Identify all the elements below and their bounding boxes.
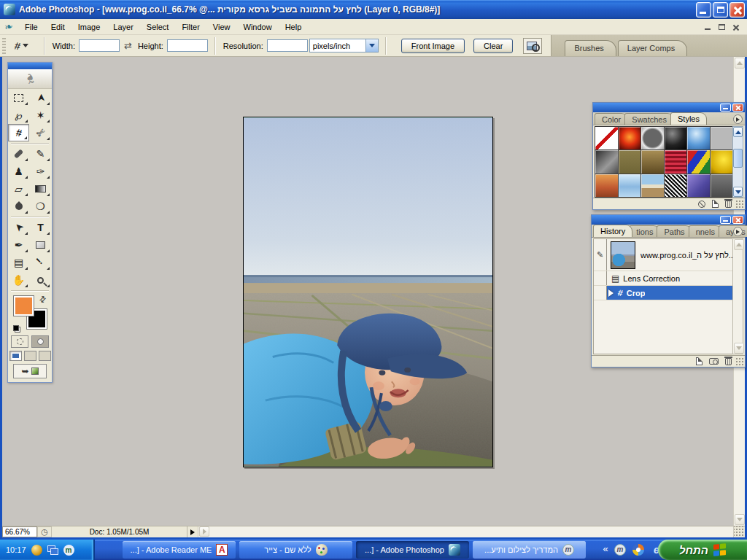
scroll-down-icon[interactable]	[734, 343, 744, 354]
toolbox-title-bar[interactable]	[8, 63, 52, 69]
history-brush-tool[interactable]: ✑	[30, 163, 51, 180]
style-swatch-red-stripes[interactable]	[665, 150, 687, 173]
history-source-column[interactable]: ✎	[594, 239, 607, 271]
menu-view[interactable]: View	[206, 20, 237, 34]
scroll-down-icon[interactable]	[735, 514, 745, 525]
styles-scrollbar[interactable]	[732, 126, 743, 198]
taskbar-button[interactable]: המדריך לצילום ותיע...	[473, 541, 586, 559]
palette-resize-grip[interactable]	[735, 357, 744, 366]
well-tab-brushes[interactable]: Brushes	[565, 40, 616, 56]
crop-tool[interactable]: #	[8, 124, 29, 141]
eraser-tool[interactable]: ▱	[8, 180, 29, 198]
network-icon[interactable]	[47, 545, 58, 556]
history-palette-title-bar[interactable]	[592, 215, 745, 225]
volume-icon[interactable]	[31, 545, 42, 556]
palette-minimize-button[interactable]	[720, 216, 731, 224]
magic-wand-tool[interactable]: ✶	[30, 106, 51, 124]
style-swatch-sky-glass[interactable]	[619, 174, 641, 197]
type-tool[interactable]: T	[30, 219, 51, 236]
history-source-column[interactable]	[594, 271, 607, 285]
hand-tool[interactable]: ✋	[8, 271, 29, 289]
doc-restore-button[interactable]	[716, 22, 727, 32]
scroll-down-icon[interactable]	[733, 187, 743, 197]
menu-image[interactable]: Image	[71, 20, 107, 34]
rectangular-marquee-tool[interactable]	[8, 89, 29, 106]
new-style-button[interactable]	[712, 200, 719, 208]
style-swatch-black-glass[interactable]	[665, 127, 687, 149]
canvas-photo[interactable]	[243, 117, 493, 467]
style-swatch-sunset[interactable]	[595, 174, 618, 197]
history-tab-tions[interactable]: tions	[629, 225, 660, 237]
notes-tool[interactable]: ▤	[8, 254, 29, 271]
zoom-level-field[interactable]: 66.67%	[2, 526, 37, 537]
style-swatch-landscape[interactable]	[641, 174, 664, 197]
status-menu-arrow-icon[interactable]	[187, 526, 198, 537]
history-tab-nnels[interactable]: nnels	[689, 225, 722, 237]
styles-tab-color[interactable]: Color	[595, 113, 628, 125]
scroll-right-icon[interactable]	[199, 526, 209, 537]
style-swatch-yellow-glass[interactable]	[711, 150, 733, 173]
scroll-up-icon[interactable]	[734, 239, 744, 250]
front-image-button[interactable]: Front Image	[401, 39, 465, 53]
edit-in-imageready-button[interactable]: ➥	[13, 364, 47, 378]
palette-minimize-button[interactable]	[720, 104, 731, 112]
minimize-button[interactable]	[696, 2, 711, 18]
standard-screen-mode-button[interactable]	[9, 351, 22, 361]
style-swatch-slate[interactable]	[711, 174, 733, 197]
history-scrollbar[interactable]	[732, 238, 743, 354]
style-swatch-multicolor[interactable]	[687, 150, 710, 173]
palette-close-button[interactable]	[732, 216, 743, 224]
eyedropper-tool[interactable]: ¡	[30, 254, 51, 271]
history-snapshot-row[interactable]: ✎www.prog.co.il_לחץ על ה...	[594, 239, 732, 271]
move-tool[interactable]: ➤	[30, 89, 51, 106]
menu-select[interactable]: Select	[140, 20, 176, 34]
menu-file[interactable]: File	[18, 20, 44, 34]
quick-mask-mode-button[interactable]	[31, 335, 49, 348]
delete-style-button[interactable]	[725, 201, 732, 208]
doc-minimize-button[interactable]	[702, 22, 713, 32]
history-state-lens-correction[interactable]: ▤Lens Correction	[594, 271, 732, 286]
swap-dimensions-icon[interactable]: ⇄	[124, 40, 132, 51]
history-tab-paths[interactable]: Paths	[657, 225, 692, 237]
styles-palette-title-bar[interactable]	[593, 103, 745, 112]
document-window-icon[interactable]	[3, 20, 16, 33]
messenger-icon[interactable]	[63, 545, 74, 556]
maxthon-icon[interactable]	[614, 544, 626, 556]
standard-mode-button[interactable]	[11, 335, 28, 348]
clear-style-button[interactable]	[698, 201, 705, 208]
taskbar-button[interactable]: ...] - Adobe Reader ME	[123, 541, 236, 559]
styles-tab-swatches[interactable]: Swatches	[624, 113, 674, 125]
taskbar-button[interactable]: ללא שם - צייר	[239, 541, 352, 559]
palette-resize-grip[interactable]	[735, 200, 744, 209]
menu-window[interactable]: Window	[237, 20, 279, 34]
doc-close-button[interactable]	[729, 22, 741, 32]
history-source-column[interactable]	[594, 286, 607, 300]
taskbar-button[interactable]: ...] - Adobe Photoshop	[356, 541, 469, 559]
style-swatch-blue-glass[interactable]	[687, 127, 710, 149]
brush-tool[interactable]: ✎	[30, 145, 51, 163]
pen-tool[interactable]: ✒	[8, 236, 29, 254]
resolution-units-select[interactable]: pixels/inch	[309, 39, 379, 52]
swap-colors-icon[interactable]	[37, 294, 49, 306]
resize-grip[interactable]	[733, 526, 745, 537]
gradient-tool[interactable]	[30, 180, 51, 198]
healing-brush-tool[interactable]	[8, 145, 29, 163]
clone-stamp-tool[interactable]: ♟	[8, 163, 29, 180]
close-button[interactable]	[729, 2, 745, 18]
new-snapshot-button[interactable]	[709, 358, 719, 365]
style-swatch-bronze[interactable]	[641, 150, 664, 173]
blur-tool[interactable]	[8, 198, 29, 215]
menu-edit[interactable]: Edit	[44, 20, 71, 34]
scroll-up-icon[interactable]	[735, 58, 745, 69]
styles-tab-styles[interactable]: Styles	[670, 112, 707, 125]
units-dropdown-button[interactable]	[365, 39, 378, 52]
menu-layer[interactable]: Layer	[107, 20, 140, 34]
clear-button[interactable]: Clear	[473, 39, 513, 53]
new-document-from-state-button[interactable]	[696, 357, 703, 365]
height-input[interactable]	[167, 39, 208, 52]
style-swatch-flat-gray[interactable]	[711, 127, 733, 149]
style-swatch-red-glow[interactable]	[619, 127, 641, 149]
scroll-thumb[interactable]	[733, 149, 743, 168]
version-cue-icon[interactable]: ◷	[37, 526, 52, 537]
zoom-tool[interactable]	[30, 271, 51, 289]
